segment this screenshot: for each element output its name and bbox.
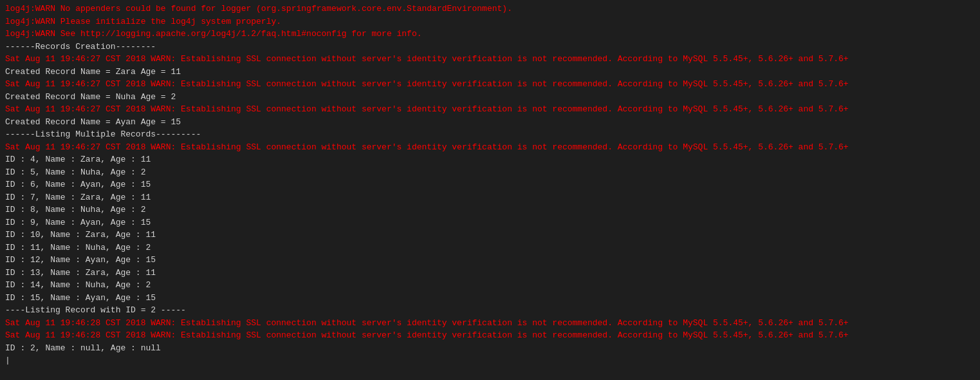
- console-line: ID : 12, Name : Ayan, Age : 15: [5, 254, 975, 267]
- console-line: ID : 8, Name : Nuha, Age : 2: [5, 204, 975, 216]
- console-line: Sat Aug 11 19:46:27 CST 2018 WARN: Estab…: [5, 103, 975, 116]
- console-line: Created Record Name = Zara Age = 11: [5, 66, 975, 79]
- console-line: [5, 354, 975, 367]
- console-line: log4j:WARN No appenders could be found f…: [5, 3, 975, 15]
- console-line: ----Listing Record with ID = 2 -----: [5, 304, 975, 317]
- console-line: Created Record Name = Nuha Age = 2: [5, 91, 975, 104]
- console-line: ID : 15, Name : Ayan, Age : 15: [5, 292, 975, 305]
- console-line: log4j:WARN See http://logging.apache.org…: [5, 28, 975, 41]
- console-line: ------Listing Multiple Records---------: [5, 128, 975, 141]
- console-line: ID : 13, Name : Zara, Age : 11: [5, 267, 975, 280]
- console-line: Sat Aug 11 19:46:27 CST 2018 WARN: Estab…: [5, 141, 975, 154]
- console-line: ID : 11, Name : Nuha, Age : 2: [5, 242, 975, 254]
- console-line: Sat Aug 11 19:46:28 CST 2018 WARN: Estab…: [5, 329, 975, 342]
- console-line: Created Record Name = Ayan Age = 15: [5, 116, 975, 129]
- console-line: ID : 4, Name : Zara, Age : 11: [5, 153, 975, 166]
- console-line: ID : 5, Name : Nuha, Age : 2: [5, 166, 975, 179]
- console-line: ID : 9, Name : Ayan, Age : 15: [5, 216, 975, 229]
- console-line: ID : 2, Name : null, Age : null: [5, 342, 975, 355]
- console-line: ID : 6, Name : Ayan, Age : 15: [5, 178, 975, 191]
- console-line: Sat Aug 11 19:46:27 CST 2018 WARN: Estab…: [5, 78, 975, 91]
- console-line: Sat Aug 11 19:46:28 CST 2018 WARN: Estab…: [5, 317, 975, 330]
- console-line: ID : 7, Name : Zara, Age : 11: [5, 191, 975, 204]
- console-line: log4j:WARN Please initialize the log4j s…: [5, 15, 975, 28]
- console-line: ID : 10, Name : Zara, Age : 11: [5, 229, 975, 242]
- console-line: Sat Aug 11 19:46:27 CST 2018 WARN: Estab…: [5, 53, 975, 66]
- console-output: log4j:WARN No appenders could be found f…: [0, 0, 980, 380]
- console-line: ID : 14, Name : Nuha, Age : 2: [5, 279, 975, 292]
- console-line: ------Records Creation--------: [5, 41, 975, 53]
